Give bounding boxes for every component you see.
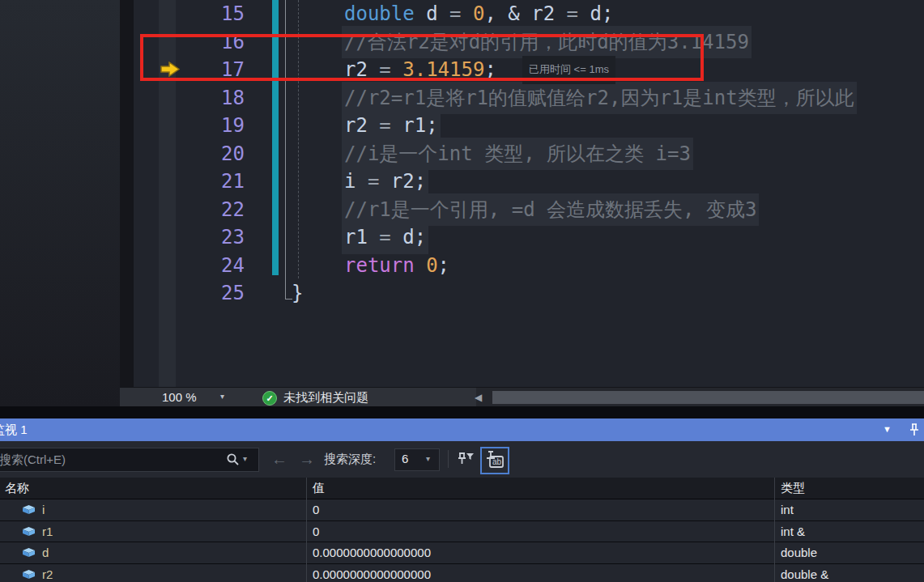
watch-toolbar: 搜索(Ctrl+E) ▾ ← → 搜索深度: 6 ▾ ab [0,441,924,478]
health-message: 未找到相关问题 [283,388,368,407]
pin-filter-button[interactable] [454,448,475,469]
zoom-level-control[interactable]: 100 % [162,388,197,407]
code-text[interactable]: i = r2; [344,168,426,196]
line-number[interactable]: 19 [134,112,245,140]
horizontal-scrollbar-thumb[interactable] [492,391,924,404]
line-number[interactable]: 25 [134,279,245,308]
code-line-22: 22//r1是一个引用, =d 会造成数据丢失, 变成3 [134,196,924,224]
variable-icon [22,547,36,558]
toolbar-separator [448,450,449,468]
column-header-1[interactable]: 名称 [5,478,29,499]
line-number[interactable]: 15 [134,0,245,28]
code-line-19: 19r2 = r1; [134,112,924,140]
search-caret-icon[interactable]: ▾ [243,448,247,471]
chevron-down-icon[interactable]: ▼ [883,418,892,441]
code-text[interactable]: //r1是一个引用, =d 会造成数据丢失, 变成3 [344,196,756,224]
watch-name[interactable]: i [42,499,45,520]
variable-icon [22,569,36,580]
watch-title-bar[interactable]: 监视 1 ▼ [0,418,924,441]
watch-value[interactable]: 0.0000000000000000 [313,542,431,563]
scrollbar-left-arrow[interactable]: ◀ [475,391,482,404]
status-left-block: 100 % ▾ ✓ 未找到相关问题 [120,388,476,407]
forward-arrow-button[interactable]: → [296,448,317,470]
watch-row-r2[interactable]: r20.0000000000000000double & [0,564,924,582]
watch-grid: 名称值类型 i0intr10int &d0.0000000000000000do… [0,478,924,582]
code-text[interactable]: double d = 0, & r2 = d; [344,0,613,28]
pane-separator [120,0,134,406]
line-number[interactable]: 24 [134,252,245,280]
annotation-red-box [140,34,704,81]
search-icon[interactable] [226,452,240,466]
code-text[interactable]: //r2=r1是将r1的值赋值给r2,因为r1是int类型，所以此 [344,84,854,113]
watch-value[interactable]: 0 [313,521,319,542]
pin-icon[interactable] [907,423,922,437]
code-text[interactable]: return 0; [344,252,449,280]
watch-row-r1[interactable]: r10int & [0,521,924,543]
column-header-3[interactable]: 类型 [781,478,805,499]
health-check-icon[interactable]: ✓ [262,391,277,406]
line-number[interactable]: 20 [134,140,245,168]
watch-type: int & [781,521,805,542]
grid-header-row: 名称值类型 [0,478,924,499]
column-resizer[interactable] [774,478,775,582]
window-divider [0,406,924,418]
watch-type: int [781,499,794,520]
code-line-23: 23r1 = d; [134,223,924,252]
code-line-21: 21i = r2; [134,168,924,196]
left-dark-pane [0,0,120,406]
search-depth-dropdown[interactable]: 6 ▾ [394,448,440,471]
column-resizer[interactable] [306,478,307,582]
watch-row-i[interactable]: i0int [0,499,924,521]
zoom-caret-icon[interactable]: ▾ [220,388,224,407]
watch-name[interactable]: r1 [42,521,53,542]
back-arrow-button[interactable]: ← [269,448,290,470]
code-line-15: 15double d = 0, & r2 = d; [134,0,924,28]
code-editor[interactable]: 15double d = 0, & r2 = d;16//合法r2是对d的引用，… [134,0,924,387]
code-line-20: 20//i是一个int 类型, 所以在之类 i=3 [134,140,924,168]
search-input[interactable]: 搜索(Ctrl+E) ▾ [0,448,259,472]
search-depth-label: 搜索深度: [324,448,376,470]
watch-name[interactable]: d [42,542,49,563]
variable-icon [22,504,36,515]
code-text[interactable]: } [292,279,303,308]
line-number[interactable]: 21 [134,168,245,196]
svg-text:ab: ab [492,457,502,466]
format-specifier-button[interactable]: ab [480,447,509,474]
line-number[interactable]: 23 [134,223,245,252]
column-header-2[interactable]: 值 [313,478,325,499]
search-placeholder: 搜索(Ctrl+E) [0,448,66,471]
code-text[interactable]: r1 = d; [344,223,426,252]
code-line-25: 25} [134,279,924,308]
watch-type: double [781,542,817,563]
variable-icon [22,526,36,537]
line-number[interactable]: 18 [134,84,245,113]
watch-title: 监视 1 [0,418,28,441]
code-text[interactable]: //i是一个int 类型, 所以在之类 i=3 [344,140,691,168]
depth-caret-icon[interactable]: ▾ [426,449,430,469]
code-text[interactable]: r2 = r1; [344,112,438,140]
watch-type: double & [781,564,828,582]
editor-status-row: 100 % ▾ ✓ 未找到相关问题 ◀ [120,387,924,407]
watch-name[interactable]: r2 [42,564,53,582]
watch-row-d[interactable]: d0.0000000000000000double [0,542,924,564]
line-number[interactable]: 22 [134,196,245,224]
code-line-24: 24return 0; [134,252,924,280]
search-depth-value: 6 [402,449,408,469]
code-line-18: 18//r2=r1是将r1的值赋值给r2,因为r1是int类型，所以此 [134,84,924,113]
watch-value[interactable]: 0.0000000000000000 [313,564,431,582]
watch-value[interactable]: 0 [313,499,319,520]
